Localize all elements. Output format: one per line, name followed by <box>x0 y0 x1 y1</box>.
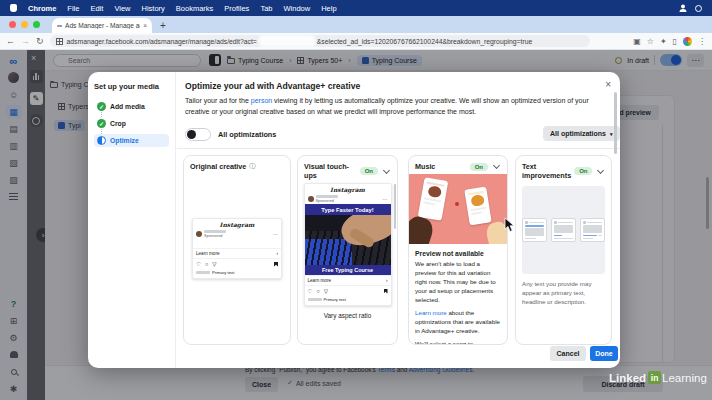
column-scrollbar[interactable] <box>394 184 396 229</box>
chevron-down-icon[interactable] <box>597 166 604 173</box>
optimizations-dropdown[interactable]: All optimizations ▾ <box>543 126 620 141</box>
blurred-username <box>204 230 226 233</box>
page-avatar <box>196 231 202 237</box>
chevron-right-icon: › <box>386 278 388 283</box>
reload-button[interactable]: ↻ <box>36 36 44 46</box>
new-tab-button[interactable]: + <box>160 20 166 31</box>
redacted-account-id <box>261 37 313 45</box>
menu-window[interactable]: Window <box>283 4 310 13</box>
comment-icon: ○ <box>205 261 208 267</box>
chevron-down-icon[interactable] <box>383 166 390 173</box>
url-text-pre: adsmanager.facebook.com/adsmanager/manag… <box>67 38 257 45</box>
music-paragraph-2: Learn more about the optimizations that … <box>415 309 501 336</box>
menu-tab[interactable]: Tab <box>260 4 272 13</box>
extensions-icon[interactable]: ✦ <box>660 37 667 46</box>
bookmark-star-icon[interactable]: ☆ <box>647 37 654 46</box>
all-optimizations-toggle[interactable] <box>185 128 211 141</box>
zoom-window-button[interactable] <box>33 21 40 28</box>
close-window-button[interactable] <box>9 21 16 28</box>
comment-icon: ○ <box>316 288 319 294</box>
menu-file[interactable]: File <box>67 4 79 13</box>
all-optimizations-label: All optimizations <box>218 130 276 139</box>
tab-groups-icon[interactable] <box>56 38 63 45</box>
step-add-media[interactable]: ✓ Add media <box>94 100 169 113</box>
text-improvements-card: Text improvements On <box>515 155 612 345</box>
blurred-username <box>196 271 210 274</box>
like-icon: ♡ <box>196 261 201 267</box>
share-icon: ▽ <box>324 288 328 294</box>
menu-edit[interactable]: Edit <box>90 4 103 13</box>
divider <box>177 148 620 149</box>
ad-bottom-banner: Free Typing Course <box>305 265 391 275</box>
browser-toolbar: ← → ↻ adsmanager.facebook.com/adsmanager… <box>0 33 712 50</box>
preview-unavailable-heading: Preview not available <box>415 250 501 257</box>
learn-more-link[interactable]: Learn more <box>415 309 447 316</box>
menu-help[interactable]: Help <box>321 4 336 13</box>
original-creative-title: Original creative <box>190 162 246 171</box>
address-bar[interactable]: adsmanager.facebook.com/adsmanager/manag… <box>50 35 590 47</box>
screen: Chrome File Edit View History Bookmarks … <box>0 0 712 400</box>
menu-bookmarks[interactable]: Bookmarks <box>176 4 214 13</box>
profile-avatar[interactable] <box>683 37 692 46</box>
bookmark-icon <box>274 262 278 267</box>
menu-profiles[interactable]: Profiles <box>224 4 249 13</box>
browser-menu-icon[interactable]: ⋮ <box>698 37 706 46</box>
cast-icon[interactable]: ▣ <box>633 37 641 46</box>
visual-touchups-card: Visual touch-ups On Instagram Sponsored … <box>297 155 398 345</box>
on-badge: On <box>470 163 488 171</box>
on-badge: On <box>360 167 378 175</box>
browser-tab[interactable]: ∞ Ads Manager - Manage ads × <box>52 18 152 33</box>
text-improvements-caption: Any text you provide may appear as prima… <box>516 274 611 307</box>
learn-more-cta: Learn more <box>308 278 332 283</box>
instagram-logo: Instagram <box>305 184 391 194</box>
apple-menu-icon[interactable] <box>10 4 17 12</box>
music-paragraph-3: We'll select a song to accompany your ad… <box>415 340 501 345</box>
tab-close-icon[interactable]: × <box>143 22 147 29</box>
primary-text-label: Primary text <box>324 297 346 302</box>
user-switcher-icon[interactable] <box>679 4 687 12</box>
post-menu-icon: ⋯ <box>383 196 388 202</box>
person-link[interactable]: person <box>251 97 272 104</box>
on-badge: On <box>574 167 592 175</box>
tab-favicon: ∞ <box>57 22 62 29</box>
instagram-logo: Instagram <box>193 219 281 229</box>
back-button[interactable]: ← <box>6 36 15 46</box>
music-paragraph-1: We aren't able to load a preview for thi… <box>415 260 501 305</box>
modal-scrollbar[interactable] <box>614 92 617 154</box>
modal-close-icon[interactable]: × <box>605 79 611 90</box>
blurred-username <box>308 298 322 301</box>
forward-button[interactable]: → <box>21 36 30 46</box>
done-button[interactable]: Done <box>590 346 618 361</box>
minimize-window-button[interactable] <box>21 21 28 28</box>
check-icon: ✓ <box>97 119 106 128</box>
sponsored-label: Sponsored <box>204 234 226 238</box>
touchups-ad-preview: Instagram Sponsored ⋯ Type Faster Today!… <box>304 183 392 306</box>
chevron-down-icon[interactable] <box>493 162 500 169</box>
setup-media-modal: Set up your media ✓ Add media ✓ Crop Opt… <box>88 72 620 368</box>
text-improvements-title: Text improvements <box>522 162 571 180</box>
chevron-right-icon: › <box>276 251 278 256</box>
share-icon: ▽ <box>212 261 216 267</box>
side-panel-icon[interactable]: ▯ <box>673 37 677 46</box>
chevron-down-icon: ▾ <box>610 131 613 137</box>
menu-chrome[interactable]: Chrome <box>28 4 56 13</box>
toolbar-actions: ▣ ☆ ✦ ▯ ⋮ <box>633 37 706 46</box>
menu-view[interactable]: View <box>114 4 130 13</box>
tab-title: Ads Manager - Manage ads <box>65 22 140 29</box>
check-icon: ✓ <box>97 102 106 111</box>
control-center-icon[interactable] <box>695 5 702 12</box>
url-text-post: &selected_ad_ids=120206767662100244&brea… <box>317 38 532 45</box>
setup-title: Set up your media <box>94 82 169 91</box>
music-illustration <box>409 174 507 244</box>
step-crop[interactable]: ✓ Crop <box>94 117 169 130</box>
modal-title: Optimize your ad with Advantage+ creativ… <box>185 81 360 91</box>
step-optimize[interactable]: Optimize <box>94 134 169 147</box>
setup-steps-panel: Set up your media ✓ Add media ✓ Crop Opt… <box>88 72 176 368</box>
keyboard-photo <box>305 215 391 265</box>
menu-history[interactable]: History <box>142 4 165 13</box>
modal-description: Tailor your ad for the person viewing it… <box>185 96 607 117</box>
text-variants-illustration <box>522 186 605 274</box>
cancel-button[interactable]: Cancel <box>550 346 586 361</box>
linkedin-learning-watermark: Linked in Learning <box>609 371 707 384</box>
info-icon[interactable]: ⓘ <box>249 162 255 171</box>
